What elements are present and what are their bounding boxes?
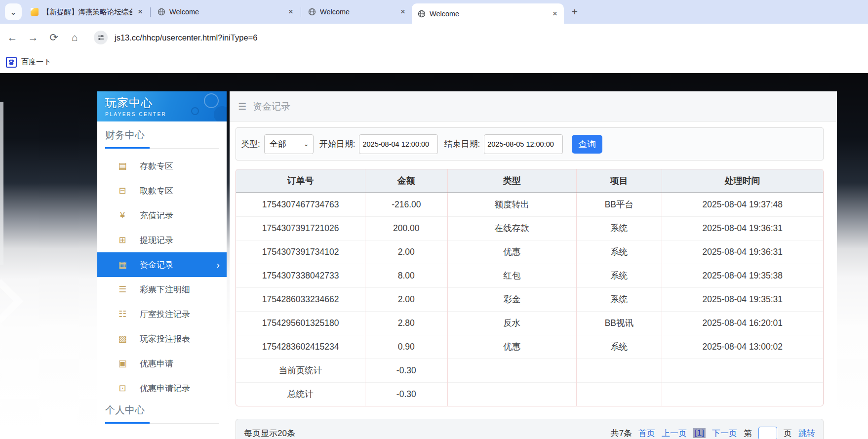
sidebar-item-recharge-records[interactable]: ¥充值记录 <box>97 203 227 228</box>
close-icon[interactable]: × <box>399 7 407 17</box>
bookmark-bar: 百度一下 <box>0 51 868 73</box>
table-header-cell: 金额 <box>365 169 447 193</box>
next-page-link[interactable]: 下一页 <box>712 428 737 439</box>
forward-icon[interactable]: → <box>25 32 41 43</box>
sidebar-item-promo-apply[interactable]: ▣优惠申请 <box>97 351 227 376</box>
browser-window: ⌄ 【新提醒】海燕策略论坛综合交 × Welcome × Welcome × W… <box>0 0 868 439</box>
page-jump-input[interactable] <box>758 427 777 439</box>
table-row: 17543073380427338.00红包系统2025-08-04 19:35… <box>236 264 823 287</box>
close-icon[interactable]: × <box>551 9 559 19</box>
table-cell: 系统 <box>577 287 662 311</box>
address-bar[interactable]: js13.cc/hhcp/usercenter.html?iniType=6 <box>115 33 257 42</box>
sidebar-item-promo-apply-records[interactable]: ⊡优惠申请记录 <box>97 376 227 400</box>
table-summary-row: 总统计-0.30 <box>236 382 823 406</box>
pagination-bar: 每页显示20条 共7条 首页 上一页 [1] 下一页 第 页 跳转 <box>236 419 824 439</box>
panel-header: ☰ 资金记录 <box>230 91 837 122</box>
back-icon[interactable]: ← <box>4 32 21 43</box>
table-summary-row: 当前页统计-0.30 <box>236 359 823 382</box>
site-settings-icon[interactable] <box>94 31 108 44</box>
table-cell: 1754307467734763 <box>236 193 365 216</box>
per-page-label: 每页显示20条 <box>244 428 295 439</box>
sidebar-item-withdraw-zone[interactable]: ⊟取款专区 <box>97 178 227 203</box>
sidebar-item-label: 提现记录 <box>140 235 173 246</box>
globe-icon <box>158 8 165 16</box>
sidebar-item-label: 优惠申请 <box>140 358 173 369</box>
sidebar-item-lottery-bet-details[interactable]: ☰彩票下注明细 <box>97 277 227 302</box>
tab-welcome-1[interactable]: Welcome × <box>152 3 300 20</box>
table-cell: 系统 <box>577 216 662 240</box>
bookmark-baidu[interactable]: 百度一下 <box>6 57 51 68</box>
sidebar-subtitle: PLAYERS CENTER <box>105 112 227 117</box>
table-cell: 200.00 <box>365 216 447 240</box>
close-icon[interactable]: × <box>287 7 295 17</box>
sidebar-item-label: 充值记录 <box>140 210 173 221</box>
table-cell: 2025-08-04 19:37:48 <box>662 193 823 216</box>
tab-search-button[interactable]: ⌄ <box>5 3 22 20</box>
sidebar-item-deposit-zone[interactable]: ▤存款专区 <box>97 154 227 178</box>
deposit-card-icon: ▤ <box>116 160 129 171</box>
sidebar-item-player-bet-report[interactable]: ▨玩家投注报表 <box>97 326 227 351</box>
table-cell: 当前页统计 <box>236 359 365 382</box>
table-cell <box>447 382 577 406</box>
sidebar-item-label: 资金记录 <box>140 259 173 271</box>
table-row: 17542836024152340.90优惠系统2025-08-04 13:00… <box>236 335 823 359</box>
table-row: 17542956013251802.80反水BB视讯2025-08-04 16:… <box>236 311 823 335</box>
table-cell: 1754295601325180 <box>236 311 365 335</box>
tab-welcome-active[interactable]: Welcome × <box>412 3 564 24</box>
table-cell <box>662 359 823 382</box>
tab-strip: ⌄ 【新提醒】海燕策略论坛综合交 × Welcome × Welcome × W… <box>0 0 868 24</box>
table-cell: 8.00 <box>365 264 447 287</box>
tab-welcome-2[interactable]: Welcome × <box>302 3 412 20</box>
table-cell: BB视讯 <box>577 311 662 335</box>
personal-section: 个人中心 <box>97 400 227 424</box>
close-icon[interactable]: × <box>136 7 144 17</box>
prev-page-link[interactable]: 上一页 <box>662 428 687 439</box>
search-button[interactable]: 查询 <box>572 135 602 154</box>
first-page-link[interactable]: 首页 <box>638 428 655 439</box>
table-cell: 系统 <box>577 264 662 287</box>
hamburger-icon[interactable]: ☰ <box>238 101 246 112</box>
current-page-badge: [1] <box>693 428 706 438</box>
film-reel-icon <box>204 93 219 108</box>
total-count-label: 共7条 <box>611 428 632 439</box>
decor-ring <box>191 107 199 115</box>
table-cell: 2025-08-04 19:36:31 <box>662 240 823 264</box>
table-cell <box>662 382 823 406</box>
tab-forum[interactable]: 【新提醒】海燕策略论坛综合交 × <box>25 3 149 20</box>
sidebar-item-label: 优惠申请记录 <box>140 383 190 394</box>
table-cell: 2.00 <box>365 287 447 311</box>
home-icon[interactable]: ⌂ <box>66 32 83 43</box>
new-tab-button[interactable]: + <box>568 5 582 19</box>
background-chevron <box>0 323 23 368</box>
finance-section: 财务中心 <box>97 121 227 149</box>
sidebar-item-funds-records[interactable]: ▦资金记录› <box>97 252 227 277</box>
type-label: 类型: <box>241 138 260 150</box>
table-cell: 红包 <box>447 264 577 287</box>
sidebar-item-label: 取款专区 <box>140 185 173 197</box>
table-header-cell: 类型 <box>447 169 577 193</box>
decor-circle <box>214 106 227 121</box>
table-row: 1754307391721026200.00在线存款系统2025-08-04 1… <box>236 216 823 240</box>
jump-button[interactable]: 跳转 <box>798 428 815 439</box>
end-date-label: 结束日期: <box>444 138 480 150</box>
type-select[interactable]: 全部 ⌄ <box>264 134 314 154</box>
table-cell: -216.00 <box>365 193 447 216</box>
hall-bet-list-icon: ☷ <box>116 309 129 319</box>
page-title: 资金记录 <box>253 100 290 113</box>
reload-icon[interactable]: ⟳ <box>45 32 62 43</box>
chevron-down-icon: ⌄ <box>304 140 309 148</box>
sidebar-item-withdrawal-records[interactable]: ⊞提现记录 <box>97 228 227 252</box>
chevron-down-icon: ⌄ <box>10 7 16 17</box>
tab-title: Welcome <box>320 8 395 16</box>
sidebar-item-label: 存款专区 <box>140 160 173 172</box>
type-select-value: 全部 <box>270 138 286 150</box>
tab-separator <box>301 7 301 17</box>
start-date-input[interactable] <box>359 134 438 154</box>
moneybag-icon: ¥ <box>116 210 129 221</box>
table-header-cell: 处理时间 <box>662 169 823 193</box>
end-date-input[interactable] <box>484 134 563 154</box>
table-cell: 1754307391734102 <box>236 240 365 264</box>
filter-bar: 类型: 全部 ⌄ 开始日期: 结束日期: 查询 <box>236 127 824 160</box>
funds-record-icon: ▦ <box>116 259 129 270</box>
sidebar-item-hall-bet-records[interactable]: ☷厅室投注记录 <box>97 302 227 326</box>
